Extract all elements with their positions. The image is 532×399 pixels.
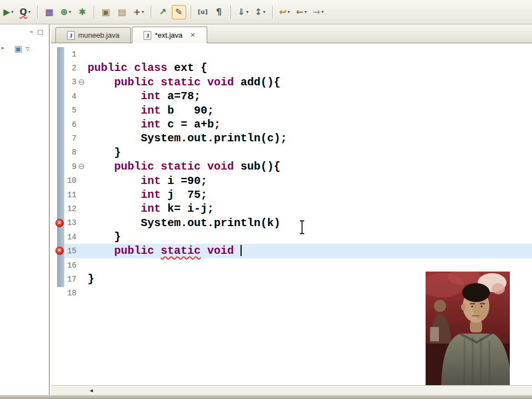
code-rows: 12public class ext {3⊖ public static voi… [51, 47, 532, 300]
fold-marker-icon[interactable]: ⊖ [76, 78, 86, 86]
code-line[interactable]: 5 int b 90; [51, 104, 532, 117]
code-segment: int [141, 202, 161, 215]
code-segment: int [141, 104, 161, 117]
code-line[interactable]: 3⊖ public static void add(){ [51, 75, 532, 89]
run-to-line-icon[interactable]: ↗ [156, 5, 170, 19]
code-line[interactable]: ✕13 System.out.println(k) [51, 216, 532, 230]
code-line[interactable]: 9⊖ public static void sub(){ [51, 160, 532, 173]
scroll-left-icon[interactable]: ◂ [90, 387, 93, 393]
show-whitespace-icon[interactable]: ¶ [212, 5, 226, 19]
line-number: 8 [64, 148, 76, 157]
code-line[interactable]: 12 int k= i-j; [51, 202, 532, 216]
line-number: 17 [64, 275, 76, 284]
code-text: int i =90; [86, 174, 532, 188]
code-segment: } [88, 273, 94, 285]
dropdown-caret-icon: ▾ [246, 9, 248, 14]
code-segment: j 75; [161, 188, 207, 201]
package-explorer-icon[interactable]: ▣ [14, 44, 22, 54]
minimize-view-icon[interactable]: – [30, 29, 33, 35]
code-segment: System.out.println(c); [141, 132, 287, 145]
new-table-icon[interactable]: ▦ [42, 5, 57, 19]
code-segment [88, 175, 141, 187]
new-snippet-icon[interactable]: ✱ [75, 5, 89, 19]
code-line[interactable]: 16 [51, 258, 532, 272]
tools-icon[interactable]: +▾ [131, 5, 146, 19]
code-line[interactable]: 14 } [51, 230, 532, 244]
web-browser-icon[interactable]: ⊕▾ [58, 5, 73, 19]
sync-icon[interactable]: ↕▾ [252, 5, 267, 19]
code-segment: k= i-j; [161, 202, 214, 215]
mouse-cursor [299, 220, 305, 237]
code-segment: add(){ [241, 76, 280, 89]
restore-view-icon[interactable]: □ [38, 29, 43, 35]
code-segment: System.out.println(k) [141, 217, 280, 229]
webcam-overlay [426, 272, 510, 385]
new-snippet-icon-glyph: ✱ [79, 8, 86, 17]
toolbar: ▶▾Q▾▦⊕▾✱▣▤+▾↗✎[u]¶⇓▾↕▾↩▾←▾→▾ [0, 0, 532, 24]
code-line[interactable]: 8 } [51, 146, 532, 160]
code-line[interactable]: ✕15 public static void [51, 244, 532, 258]
open-folder-icon-glyph: ▤ [118, 8, 126, 17]
open-folder-icon[interactable]: ▤ [115, 5, 129, 19]
fast-view-arrow-icon[interactable]: » [1, 45, 4, 51]
code-line[interactable]: 7 System.out.println(c); [51, 131, 532, 145]
line-number: 2 [64, 64, 76, 73]
code-segment: a=78; [161, 90, 201, 103]
view-menu-caret-icon[interactable]: ▽ [25, 46, 29, 52]
external-tools-icon[interactable]: Q▾ [17, 5, 33, 19]
pencil-tool-icon-glyph: ✎ [175, 8, 182, 17]
code-line[interactable]: 11 int j 75; [51, 188, 532, 202]
line-number: 11 [64, 191, 76, 200]
line-number: 13 [64, 218, 76, 227]
toolbar-separator [94, 6, 94, 19]
web-browser-icon-glyph: ⊕ [60, 8, 68, 17]
dropdown-caret-icon: ▾ [142, 9, 144, 14]
dropdown-caret-icon: ▾ [28, 9, 30, 14]
code-text: System.out.println(k) [86, 216, 532, 230]
code-line[interactable]: 4 int a=78; [51, 89, 532, 103]
run-to-line-icon-glyph: ↗ [159, 8, 166, 17]
run-icon[interactable]: ▶▾ [1, 5, 16, 19]
code-segment [201, 244, 207, 257]
horizontal-scrollbar[interactable]: ◂ [51, 385, 532, 395]
error-marker-icon[interactable]: ✕ [55, 219, 64, 227]
code-line[interactable]: 10 int i =90; [51, 174, 532, 188]
tab-label: muneeb.java [78, 31, 119, 39]
code-line[interactable]: 6 int c = a+b; [51, 117, 532, 131]
save-all-icon[interactable]: ⇓▾ [236, 5, 250, 19]
line-number: 7 [64, 134, 76, 143]
line-number: 14 [64, 233, 76, 242]
code-text: } [86, 146, 532, 160]
toolbar-separator [151, 6, 151, 19]
java-package-icon[interactable]: ▣ [99, 5, 113, 19]
code-segment: static [161, 244, 201, 257]
line-number: 10 [64, 176, 76, 185]
line-number: 6 [64, 120, 76, 129]
show-source-icon[interactable]: [u] [196, 5, 210, 19]
tab-ext[interactable]: J*ext.java✕ [132, 27, 207, 43]
code-segment: sub(){ [241, 160, 280, 173]
code-segment: void [207, 244, 241, 257]
toolbar-separator [272, 6, 273, 19]
line-number: 9 [64, 162, 76, 171]
code-text: public static void add(){ [86, 75, 532, 89]
tab-muneeb[interactable]: Jmuneeb.java [55, 27, 131, 43]
fold-marker-icon[interactable]: ⊖ [76, 162, 86, 171]
show-source-icon-glyph: [u] [198, 9, 208, 15]
code-segment: int [141, 188, 161, 201]
line-number: 16 [64, 261, 76, 270]
code-segment: int [141, 175, 161, 187]
forward-icon[interactable]: →▾ [310, 5, 325, 19]
tools-icon-glyph: + [133, 8, 140, 17]
back-icon[interactable]: ←▾ [294, 5, 309, 19]
code-text: } [86, 230, 532, 244]
code-line[interactable]: 2public class ext { [51, 61, 532, 75]
code-line[interactable]: 1 [51, 47, 532, 61]
line-number: 1 [64, 50, 76, 59]
pencil-tool-icon[interactable]: ✎ [172, 5, 186, 19]
line-number: 15 [64, 247, 76, 255]
code-text: int j 75; [86, 188, 532, 202]
last-edit-location-icon[interactable]: ↩▾ [277, 5, 292, 19]
code-segment: public static void [114, 76, 241, 89]
tab-close-icon[interactable]: ✕ [190, 32, 195, 39]
